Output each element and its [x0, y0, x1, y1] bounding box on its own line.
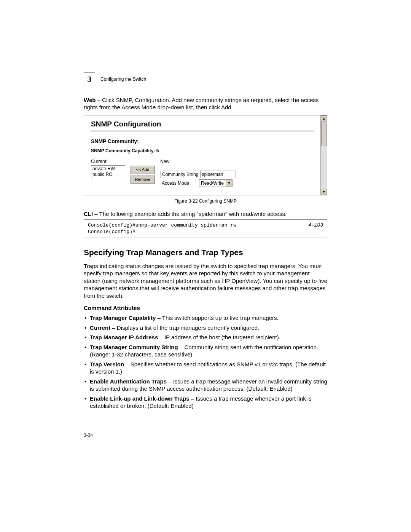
access-mode-select[interactable]: Read/Write ▼ — [199, 179, 233, 187]
web-label: Web — [84, 97, 96, 103]
list-item: Trap Manager Capability – This switch su… — [90, 314, 327, 322]
cli-text: – The following example adds the string … — [93, 211, 287, 217]
list-item: Enable Link-up and Link-down Traps – Iss… — [90, 395, 327, 410]
community-string-label: Community String — [160, 171, 200, 178]
section-body: Traps indicating status changes are issu… — [84, 262, 327, 300]
scroll-up-icon[interactable]: ▲ — [321, 115, 327, 121]
scrollbar-track[interactable]: ▲ ▼ — [320, 115, 327, 195]
access-mode-label: Access Mode — [160, 180, 199, 187]
attr-desc: – Displays a list of the trap managers c… — [110, 324, 259, 331]
divider — [91, 131, 314, 131]
attr-name: Trap Manager Community String — [90, 344, 178, 350]
snmp-community-heading: SNMP Community: — [91, 138, 314, 144]
attr-name: Trap Manager IP Address — [90, 334, 158, 340]
section-heading: Specifying Trap Managers and Trap Types — [84, 248, 327, 257]
list-item[interactable]: public RO — [92, 172, 124, 177]
snmp-screenshot-panel: ▲ ▼ SNMP Configuration SNMP Community: S… — [84, 115, 327, 195]
current-label: Current: — [91, 159, 125, 164]
command-attributes-heading: Command Attributes — [84, 305, 327, 311]
attr-name: Enable Authentication Traps — [90, 378, 167, 385]
new-label: New: — [160, 159, 236, 164]
add-button[interactable]: << Add — [131, 166, 155, 174]
attr-desc: – This switch supports up to five trap m… — [156, 315, 278, 321]
page-header: 3 Configuring the Switch — [84, 72, 327, 86]
chapter-number-box: 3 — [84, 72, 95, 86]
list-item: Trap Manager IP Address – IP address of … — [90, 334, 327, 341]
scroll-thumb[interactable] — [321, 122, 327, 146]
current-listbox[interactable]: private RW public RO — [91, 165, 125, 184]
snmp-capability-label: SNMP Community Capability: 5 — [91, 148, 314, 153]
cli-label: CLI — [84, 211, 93, 217]
list-item: Current – Displays a list of the trap ma… — [90, 324, 327, 332]
cli-code: Console(config)#snmp-server community sp… — [88, 222, 236, 235]
access-mode-value: Read/Write — [201, 181, 224, 186]
chevron-down-icon[interactable]: ▼ — [226, 180, 232, 187]
attr-name: Enable Link-up and Link-down Traps — [90, 395, 190, 402]
attr-name: Current — [90, 324, 110, 331]
cli-reference: 4-103 — [308, 222, 323, 235]
cli-code-block: Console(config)#snmp-server community sp… — [84, 219, 327, 238]
list-item: Trap Version – Specifies whether to send… — [90, 361, 327, 375]
attr-name: Trap Manager Capability — [90, 315, 156, 321]
page-number: 3-34 — [84, 433, 327, 438]
community-string-input[interactable]: spiderman — [200, 171, 236, 178]
figure-caption: Figure 3-22 Configuring SNMP — [84, 198, 327, 204]
snmp-config-title: SNMP Configuration — [91, 120, 314, 128]
attributes-list: Trap Manager Capability – This switch su… — [84, 314, 327, 410]
attr-name: Trap Version — [90, 361, 124, 367]
remove-button[interactable]: Remove — [131, 176, 155, 184]
list-item[interactable]: private RW — [92, 166, 124, 172]
attr-desc: – Specifies whether to send notification… — [90, 361, 326, 375]
list-item: Trap Manager Community String – Communit… — [90, 343, 327, 358]
list-item: Enable Authentication Traps – Issues a t… — [90, 378, 327, 393]
attr-desc: – IP address of the host (the targeted r… — [158, 334, 280, 340]
scroll-down-icon[interactable]: ▼ — [321, 189, 327, 195]
web-intro-text: – Click SNMP, Configuration. Add new com… — [84, 97, 319, 110]
cli-paragraph: CLI – The following example adds the str… — [84, 211, 327, 217]
header-title: Configuring the Switch — [100, 77, 146, 82]
web-intro-paragraph: Web – Click SNMP, Configuration. Add new… — [84, 97, 327, 111]
